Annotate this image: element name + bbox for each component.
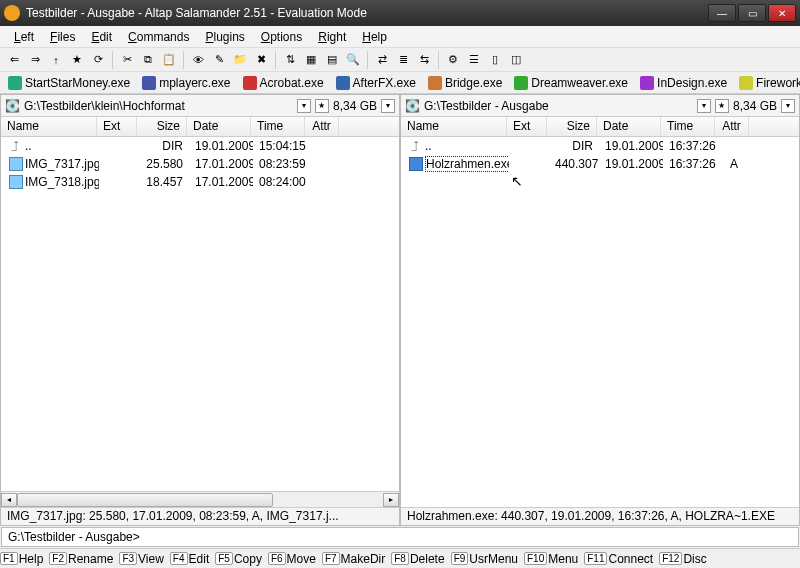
tool-cut-icon[interactable]: ✂	[117, 50, 137, 70]
menu-files[interactable]: Files	[42, 28, 83, 46]
tool-view-icon[interactable]: 👁	[188, 50, 208, 70]
file-row[interactable]: Holzrahmen.exe440.30719.01.200916:37:26A	[401, 155, 799, 173]
separator	[367, 51, 368, 69]
tool-select-icon[interactable]: ▦	[301, 50, 321, 70]
scroll-left-icon[interactable]: ◂	[1, 493, 17, 507]
file-row[interactable]: ⮥..DIR19.01.200915:04:15	[1, 137, 399, 155]
tool-folder-icon[interactable]: 📁	[230, 50, 250, 70]
menu-options[interactable]: Options	[253, 28, 310, 46]
fkey-menu[interactable]: F10Menu	[524, 552, 578, 566]
fkey-key: F7	[322, 552, 340, 565]
tool-config-icon[interactable]: ⚙	[443, 50, 463, 70]
fkey-delete[interactable]: F8Delete	[391, 552, 444, 566]
left-path[interactable]: G:\Testbilder\klein\Hochformat	[24, 99, 293, 113]
app-acrobat[interactable]: Acrobat.exe	[239, 75, 328, 91]
file-time: 16:37:26	[663, 139, 717, 153]
menu-plugins[interactable]: Plugins	[197, 28, 252, 46]
app-fireworks[interactable]: Fireworks.exe	[735, 75, 800, 91]
file-row[interactable]: IMG_7317.jpg25.58017.01.200908:23:59	[1, 155, 399, 173]
app-startstarmoney[interactable]: StartStarMoney.exe	[4, 75, 134, 91]
fkey-rename[interactable]: F2Rename	[49, 552, 113, 566]
col-ext[interactable]: Ext	[507, 117, 547, 136]
main-toolbar: ⇐ ⇒ ↑ ★ ⟳ ✂ ⧉ 📋 👁 ✎ 📁 ✖ ⇅ ▦ ▤ 🔍 ⇄ ≣ ⇆ ⚙ …	[0, 48, 800, 72]
tool-back-icon[interactable]: ⇐	[4, 50, 24, 70]
tool-layout-icon[interactable]: ▯	[485, 50, 505, 70]
col-name[interactable]: Name	[401, 117, 507, 136]
menu-edit[interactable]: Edit	[83, 28, 120, 46]
tool-split-icon[interactable]: ◫	[506, 50, 526, 70]
left-status: IMG_7317.jpg: 25.580, 17.01.2009, 08:23:…	[1, 507, 399, 525]
tool-star-icon[interactable]: ★	[67, 50, 87, 70]
fkey-label: View	[138, 552, 164, 566]
left-free-dropdown[interactable]: ▾	[381, 99, 395, 113]
left-file-list[interactable]: ⮥..DIR19.01.200915:04:15IMG_7317.jpg25.5…	[1, 137, 399, 491]
right-free-space: 8,34 GB	[733, 99, 777, 113]
fkey-edit[interactable]: F4Edit	[170, 552, 209, 566]
app-mplayerc[interactable]: mplayerc.exe	[138, 75, 234, 91]
drive-icon[interactable]: 💽	[5, 99, 20, 113]
tool-fwd-icon[interactable]: ⇒	[25, 50, 45, 70]
window-title: Testbilder - Ausgabe - Altap Salamander …	[26, 6, 708, 20]
app-indesign[interactable]: InDesign.exe	[636, 75, 731, 91]
col-attr[interactable]: Attr	[715, 117, 749, 136]
col-date[interactable]: Date	[597, 117, 661, 136]
separator	[438, 51, 439, 69]
fkey-move[interactable]: F6Move	[268, 552, 316, 566]
menu-left[interactable]: Left	[6, 28, 42, 46]
col-size[interactable]: Size	[137, 117, 187, 136]
tool-delete-icon[interactable]: ✖	[251, 50, 271, 70]
right-path-dropdown[interactable]: ▾	[697, 99, 711, 113]
col-attr[interactable]: Attr	[305, 117, 339, 136]
drive-icon[interactable]: 💽	[405, 99, 420, 113]
right-file-list[interactable]: ⮥..DIR19.01.200916:37:26Holzrahmen.exe44…	[401, 137, 799, 507]
left-path-dropdown[interactable]: ▾	[297, 99, 311, 113]
right-free-dropdown[interactable]: ▾	[781, 99, 795, 113]
fkey-help[interactable]: F1Help	[0, 552, 43, 566]
menu-right[interactable]: Right	[310, 28, 354, 46]
left-column-header[interactable]: Name Ext Size Date Time Attr	[1, 117, 399, 137]
scroll-right-icon[interactable]: ▸	[383, 493, 399, 507]
right-path-star[interactable]: ★	[715, 99, 729, 113]
file-row[interactable]: ⮥..DIR19.01.200916:37:26	[401, 137, 799, 155]
tool-copy-icon[interactable]: ⧉	[138, 50, 158, 70]
menu-commands[interactable]: Commands	[120, 28, 197, 46]
fkey-makedir[interactable]: F7MakeDir	[322, 552, 385, 566]
tool-up-icon[interactable]: ↑	[46, 50, 66, 70]
fkey-view[interactable]: F3View	[119, 552, 163, 566]
tool-edit-icon[interactable]: ✎	[209, 50, 229, 70]
tool-compare-icon[interactable]: ≣	[393, 50, 413, 70]
scroll-thumb[interactable]	[17, 493, 273, 507]
file-row[interactable]: IMG_7318.jpg18.45717.01.200908:24:00	[1, 173, 399, 191]
fkey-usrmenu[interactable]: F9UsrMenu	[451, 552, 518, 566]
col-time[interactable]: Time	[251, 117, 305, 136]
right-column-header[interactable]: Name Ext Size Date Time Attr	[401, 117, 799, 137]
right-path[interactable]: G:\Testbilder - Ausgabe	[424, 99, 693, 113]
tool-refresh-icon[interactable]: ⟳	[88, 50, 108, 70]
menu-help[interactable]: Help	[354, 28, 395, 46]
tool-swap-icon[interactable]: ⇄	[372, 50, 392, 70]
col-ext[interactable]: Ext	[97, 117, 137, 136]
col-time[interactable]: Time	[661, 117, 715, 136]
scroll-track[interactable]	[17, 493, 383, 507]
fkey-connect[interactable]: F11Connect	[584, 552, 653, 566]
left-scrollbar[interactable]: ◂ ▸	[1, 491, 399, 507]
tool-paste-icon[interactable]: 📋	[159, 50, 179, 70]
command-line[interactable]: G:\Testbilder - Ausgabe>	[1, 527, 799, 547]
tool-filter-icon[interactable]: ▤	[322, 50, 342, 70]
col-size[interactable]: Size	[547, 117, 597, 136]
app-afterfx[interactable]: AfterFX.exe	[332, 75, 420, 91]
left-path-star[interactable]: ★	[315, 99, 329, 113]
minimize-button[interactable]: —	[708, 4, 736, 22]
close-button[interactable]: ✕	[768, 4, 796, 22]
app-dreamweaver[interactable]: Dreamweaver.exe	[510, 75, 632, 91]
tool-menu-icon[interactable]: ☰	[464, 50, 484, 70]
tool-sync-icon[interactable]: ⇆	[414, 50, 434, 70]
tool-find-icon[interactable]: 🔍	[343, 50, 363, 70]
col-date[interactable]: Date	[187, 117, 251, 136]
tool-sort-icon[interactable]: ⇅	[280, 50, 300, 70]
fkey-copy[interactable]: F5Copy	[215, 552, 262, 566]
maximize-button[interactable]: ▭	[738, 4, 766, 22]
col-name[interactable]: Name	[1, 117, 97, 136]
app-bridge[interactable]: Bridge.exe	[424, 75, 506, 91]
fkey-disc[interactable]: F12Disc	[659, 552, 707, 566]
